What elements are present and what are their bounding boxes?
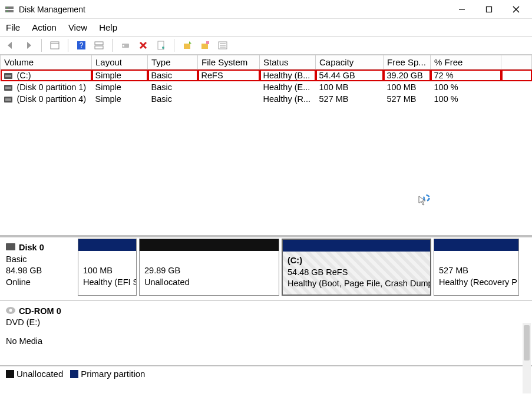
volume-icon	[4, 73, 12, 79]
partition-bar-icon	[140, 239, 279, 251]
volume-header-row[interactable]: VolumeLayoutTypeFile SystemStatusCapacit…	[1, 55, 532, 70]
title-bar: Disk Management	[0, 0, 532, 19]
settings-panes-button[interactable]	[92, 39, 106, 52]
svg-rect-12	[95, 42, 103, 45]
volume-row[interactable]: (Disk 0 partition 4)SimpleBasicHealthy (…	[1, 93, 532, 105]
column-header[interactable]: File System	[198, 55, 260, 70]
show-hide-console-tree-button[interactable]	[48, 39, 62, 52]
disk-info: CD-ROM 0DVD (E:)No Media	[0, 301, 77, 365]
partition[interactable]: (C:)54.48 GB ReFSHealthy (Boot, Page Fil…	[282, 239, 431, 296]
help-button[interactable]: ?	[74, 39, 88, 52]
maximize-button[interactable]	[475, 0, 503, 19]
svg-rect-13	[95, 46, 103, 49]
svg-rect-21	[201, 44, 208, 49]
app-icon	[5, 5, 14, 14]
legend: Unallocated Primary partition	[0, 366, 532, 381]
svg-rect-3	[6, 11, 8, 11]
column-header[interactable]: Capacity	[316, 55, 384, 70]
menu-action[interactable]: Action	[32, 22, 57, 32]
partition-bar-icon	[283, 240, 430, 252]
menu-help[interactable]: Help	[99, 22, 117, 32]
column-header[interactable]: Volume	[1, 55, 92, 70]
partition-bar-icon	[78, 239, 136, 251]
partition[interactable]: 29.89 GBUnallocated	[139, 239, 279, 296]
new-spanned-button[interactable]	[198, 39, 212, 52]
minimize-button[interactable]	[448, 0, 475, 19]
legend-swatch-primary-icon	[70, 370, 78, 378]
disk-row[interactable]: Disk 0Basic84.98 GBOnline100 MBHealthy (…	[0, 237, 532, 301]
action-list-button[interactable]	[216, 39, 230, 52]
column-header[interactable]: % Free	[431, 55, 501, 70]
svg-rect-5	[487, 6, 492, 12]
refresh-button[interactable]	[118, 39, 133, 52]
volumes-list[interactable]: VolumeLayoutTypeFile SystemStatusCapacit…	[0, 55, 532, 235]
disk-map	[77, 301, 532, 365]
svg-text:?: ?	[80, 41, 84, 49]
svg-rect-8	[51, 42, 59, 49]
column-header[interactable]: Type	[148, 55, 198, 70]
svg-rect-2	[6, 7, 8, 8]
volume-row[interactable]: (C:)SimpleBasicReFSHealthy (B...54.44 GB…	[1, 70, 532, 82]
disk-info: Disk 0Basic84.98 GBOnline	[0, 237, 77, 300]
disk-row[interactable]: CD-ROM 0DVD (E:)No Media	[0, 301, 532, 366]
partition[interactable]: 100 MBHealthy (EFI S	[78, 239, 137, 296]
partition-bar-icon	[434, 239, 518, 251]
disk-map: 100 MBHealthy (EFI S29.89 GBUnallocated(…	[77, 237, 532, 300]
legend-unallocated-label: Unallocated	[16, 369, 63, 379]
svg-rect-15	[123, 45, 124, 47]
svg-point-19	[162, 47, 164, 49]
column-header[interactable]: Free Sp...	[384, 55, 431, 70]
close-button[interactable]	[503, 0, 530, 19]
menu-bar: File Action View Help	[0, 19, 532, 37]
forward-button[interactable]	[21, 39, 35, 52]
back-button[interactable]	[4, 39, 18, 52]
volume-icon	[4, 97, 12, 102]
column-header[interactable]: Layout	[92, 55, 148, 70]
properties-button[interactable]	[154, 39, 168, 52]
menu-file[interactable]: File	[6, 22, 20, 32]
scrollbar[interactable]	[523, 323, 531, 393]
window-title: Disk Management	[19, 5, 448, 14]
column-header[interactable]: Status	[260, 55, 316, 70]
menu-view[interactable]: View	[68, 22, 87, 32]
svg-rect-20	[184, 44, 190, 49]
delete-button[interactable]	[136, 39, 150, 52]
disk-graphical-view: Disk 0Basic84.98 GBOnline100 MBHealthy (…	[0, 235, 532, 366]
partition[interactable]: 527 MBHealthy (Recovery P	[434, 239, 519, 296]
legend-primary-label: Primary partition	[81, 369, 145, 379]
toolbar: ?	[0, 37, 532, 55]
svg-rect-22	[206, 41, 209, 44]
legend-swatch-unallocated-icon	[6, 370, 14, 378]
new-volume-button[interactable]	[180, 39, 194, 52]
volume-row[interactable]: (Disk 0 partition 1)SimpleBasicHealthy (…	[1, 81, 532, 93]
volume-icon	[4, 85, 12, 91]
